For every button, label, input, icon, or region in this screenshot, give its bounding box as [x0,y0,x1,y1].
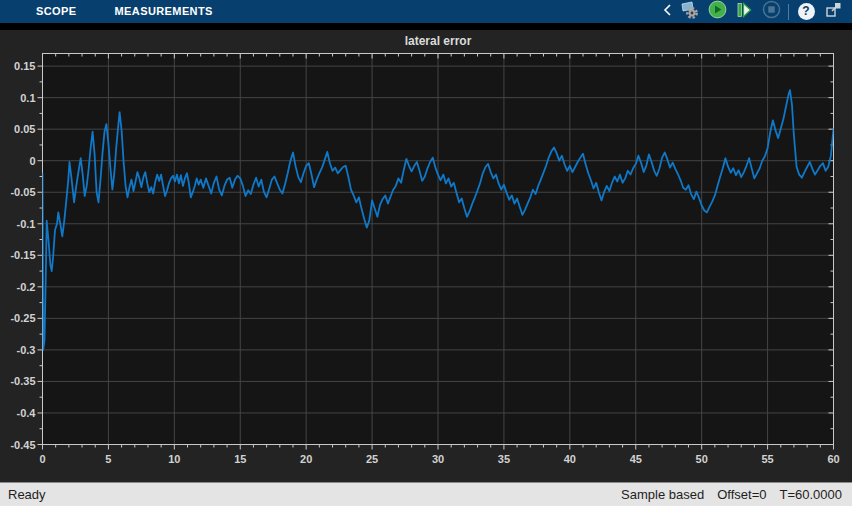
run-button[interactable] [707,2,727,22]
svg-text:0.1: 0.1 [20,92,35,104]
svg-text:-0.45: -0.45 [10,439,35,451]
status-offset: Offset=0 [717,487,766,502]
svg-text:-0.1: -0.1 [17,218,36,230]
svg-text:25: 25 [366,453,378,465]
toolbar-separator [788,4,789,20]
svg-text:lateral error: lateral error [405,34,472,48]
svg-text:0: 0 [39,453,45,465]
status-bar: Ready Sample based Offset=0 T=60.0000 [0,482,852,506]
popout-button[interactable] [823,2,843,22]
chevron-left-icon [662,2,672,22]
configuration-properties-button[interactable] [680,2,700,22]
toolstrip-tabs: SCOPE MEASUREMENTS [0,0,213,23]
step-forward-icon [735,1,753,23]
tab-measurements[interactable]: MEASUREMENTS [115,0,213,23]
figure-area: 0510152025303540455055600.150.10.050-0.0… [0,30,852,482]
play-icon [708,0,727,23]
svg-text:0.15: 0.15 [14,60,35,72]
toolstrip-divider [0,23,852,30]
svg-text:5: 5 [105,453,111,465]
svg-text:-0.2: -0.2 [17,281,36,293]
svg-text:-0.35: -0.35 [10,375,35,387]
svg-text:35: 35 [498,453,510,465]
status-time: T=60.0000 [779,487,842,502]
svg-text:20: 20 [300,453,312,465]
status-sample-based: Sample based [621,487,704,502]
stop-button[interactable] [761,2,781,22]
status-right-group: Sample based Offset=0 T=60.0000 [621,487,852,502]
svg-text:10: 10 [168,453,180,465]
collapse-toolstrip-button[interactable] [661,2,673,22]
help-button[interactable]: ? [796,2,816,22]
svg-text:45: 45 [630,453,642,465]
status-ready: Ready [0,487,46,502]
svg-text:-0.4: -0.4 [17,407,37,419]
stop-icon [762,0,781,23]
toolbar: ? [661,2,852,22]
svg-text:50: 50 [696,453,708,465]
svg-text:40: 40 [564,453,576,465]
svg-text:0: 0 [29,155,35,167]
tab-scope[interactable]: SCOPE [36,0,77,23]
step-forward-button[interactable] [734,2,754,22]
svg-text:-0.15: -0.15 [10,249,35,261]
scope-plot: 0510152025303540455055600.150.10.050-0.0… [0,30,852,482]
svg-text:30: 30 [432,453,444,465]
svg-text:55: 55 [761,453,773,465]
svg-text:0.05: 0.05 [14,123,35,135]
question-icon: ? [798,3,815,20]
gear-scope-icon [680,0,700,24]
svg-text:-0.3: -0.3 [17,344,36,356]
svg-text:-0.05: -0.05 [10,186,35,198]
svg-text:-0.25: -0.25 [10,312,35,324]
toolstrip: SCOPE MEASUREMENTS [0,0,852,23]
scope-window: SCOPE MEASUREMENTS [0,0,852,506]
popout-icon [824,1,843,23]
svg-text:15: 15 [234,453,246,465]
svg-text:60: 60 [827,453,839,465]
